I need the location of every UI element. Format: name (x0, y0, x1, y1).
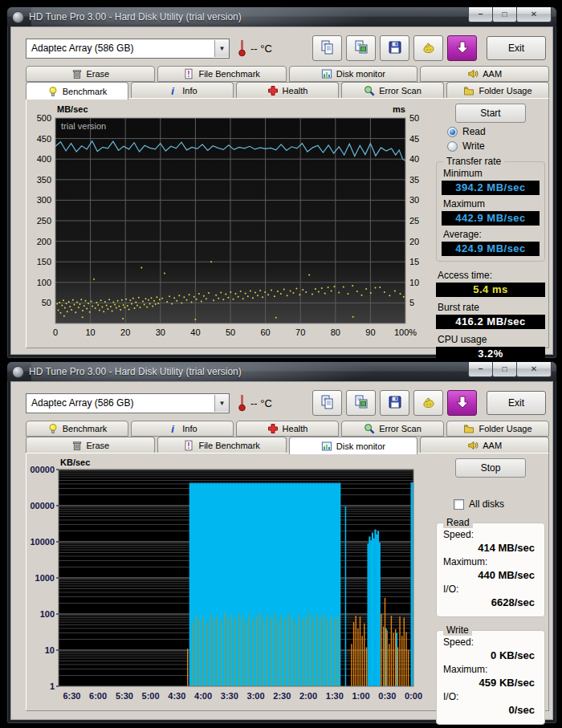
access-time-value: 5.4 ms (436, 283, 545, 297)
copy-to-file-button[interactable] (346, 390, 376, 416)
tab-error-scan[interactable]: Error Scan (341, 421, 444, 437)
read-max-label: Maximum: (443, 556, 538, 567)
tab-folder-usage[interactable]: Folder Usage (446, 82, 549, 98)
average-label: Average: (443, 229, 540, 240)
tab-health[interactable]: Health (236, 421, 339, 437)
svg-text:4:00: 4:00 (194, 691, 212, 701)
burst-rate-value: 416.2 MB/sec (436, 315, 545, 329)
minimum-value: 394.2 MB/sec (442, 181, 540, 195)
speaker-icon (467, 68, 479, 79)
svg-text:80: 80 (331, 327, 340, 337)
tab-benchmark[interactable]: Benchmark (26, 421, 128, 437)
write-radio-row[interactable]: Write (447, 140, 545, 152)
drive-select-value: Adaptec Array (586 GB) (26, 397, 214, 409)
folder-icon (463, 85, 474, 96)
read-radio-row[interactable]: Read (447, 126, 545, 137)
title-bar[interactable]: HD Tune Pro 3.00 - Hard Disk Utility (tr… (7, 7, 556, 26)
svg-text:4:30: 4:30 (168, 691, 185, 701)
svg-text:100: 100 (37, 278, 51, 287)
tab-label: File Benchmark (198, 69, 259, 79)
tab-disk-monitor[interactable]: Disk monitor (289, 437, 418, 454)
download-button[interactable] (447, 390, 477, 416)
copy-to-file-button[interactable] (346, 35, 376, 61)
monitor-chart-icon (321, 68, 332, 79)
download-arrow-icon (454, 39, 470, 58)
svg-text:100%: 100% (394, 327, 417, 337)
tab-aam[interactable]: AAM (420, 437, 549, 453)
svg-text:3:30: 3:30 (221, 691, 238, 701)
tab-health[interactable]: Health (236, 82, 339, 98)
close-button[interactable]: ✕ (516, 7, 552, 22)
chevron-down-icon[interactable]: ▼ (214, 40, 229, 57)
copy-button[interactable] (312, 35, 342, 61)
desktop: { "window_top": { "title": "HD Tune Pro … (0, 0, 562, 728)
tab-file-benchmark[interactable]: !File Benchmark (157, 66, 287, 82)
tab-error-scan[interactable]: Error Scan (341, 82, 444, 98)
maximize-button[interactable]: □ (492, 7, 517, 22)
tab-erase[interactable]: Erase (26, 66, 155, 82)
temperature-value: -- °C (250, 397, 272, 409)
tab-info[interactable]: iInfo (131, 421, 234, 437)
svg-text:35: 35 (409, 175, 419, 185)
title-bar[interactable]: HD Tune Pro 3.00 - Hard Disk Utility (tr… (7, 362, 556, 381)
tab-file-benchmark[interactable]: !File Benchmark (157, 437, 287, 453)
maximize-button[interactable]: □ (492, 362, 517, 377)
write-radio[interactable] (447, 141, 458, 152)
copy-button[interactable] (312, 390, 342, 416)
save-button[interactable] (380, 390, 409, 416)
tab-strip: BenchmarkiInfoHealthError ScanFolder Usa… (26, 421, 549, 453)
svg-text:trial version: trial version (61, 121, 106, 131)
drive-select[interactable]: Adaptec Array (586 GB) ▼ (26, 39, 230, 59)
svg-text:450: 450 (37, 134, 51, 144)
tab-label: Erase (87, 69, 110, 79)
tab-info[interactable]: iInfo (131, 82, 234, 98)
all-disks-checkbox[interactable] (454, 499, 464, 510)
svg-text:100000: 100000 (30, 501, 55, 510)
write-radio-label: Write (462, 140, 485, 152)
all-disks-row[interactable]: All disks (454, 498, 545, 510)
hand-button[interactable] (413, 35, 443, 61)
svg-text:1000: 1000 (35, 573, 55, 583)
chevron-down-icon[interactable]: ▼ (214, 395, 229, 412)
tab-disk-monitor[interactable]: Disk monitor (289, 66, 418, 82)
tab-erase[interactable]: Erase (26, 437, 155, 453)
save-icon (387, 39, 403, 58)
stop-button[interactable]: Stop (455, 458, 526, 478)
exit-button[interactable]: Exit (487, 36, 546, 60)
download-button[interactable] (447, 35, 477, 61)
tab-folder-usage[interactable]: Folder Usage (446, 421, 549, 437)
transfer-rate-group: Transfer rate Minimum 394.2 MB/sec Maxim… (436, 161, 545, 262)
exit-button[interactable]: Exit (487, 391, 546, 415)
svg-text:1000000: 1000000 (30, 465, 55, 474)
start-button[interactable]: Start (455, 104, 526, 123)
file-exclamation-icon: ! (183, 68, 194, 79)
svg-text:0:00: 0:00 (405, 691, 422, 701)
close-button[interactable]: ✕ (516, 362, 552, 377)
tab-label: AAM (483, 69, 502, 79)
svg-text:50: 50 (409, 113, 419, 123)
svg-text:1: 1 (50, 681, 55, 691)
app-icon (12, 366, 24, 378)
read-io-label: I/O: (443, 584, 538, 595)
tab-aam[interactable]: AAM (420, 66, 549, 82)
minimize-button[interactable]: – (468, 7, 493, 22)
health-cross-icon (267, 423, 279, 434)
client-area: Adaptec Array (586 GB) ▼ -- °C Exit Eras… (10, 26, 553, 355)
hand-button[interactable] (413, 390, 443, 416)
save-button[interactable] (380, 35, 409, 61)
tab-label: Health (283, 86, 308, 96)
read-radio[interactable] (447, 127, 458, 137)
svg-text:2:00: 2:00 (299, 691, 317, 701)
toolbar: Adaptec Array (586 GB) ▼ -- °C Exit (11, 382, 552, 419)
minimize-button[interactable]: – (468, 362, 493, 377)
svg-text:ms: ms (393, 104, 405, 114)
tab-label: AAM (483, 441, 502, 450)
drive-select[interactable]: Adaptec Array (586 GB) ▼ (26, 393, 230, 413)
tab-label: Disk monitor (336, 69, 385, 79)
svg-text:60: 60 (260, 327, 270, 337)
svg-text:400: 400 (37, 154, 51, 164)
svg-text:10: 10 (409, 278, 419, 287)
svg-text:5:00: 5:00 (142, 691, 160, 701)
write-speed-label: Speed: (443, 636, 538, 648)
tab-benchmark[interactable]: Benchmark (26, 82, 128, 100)
